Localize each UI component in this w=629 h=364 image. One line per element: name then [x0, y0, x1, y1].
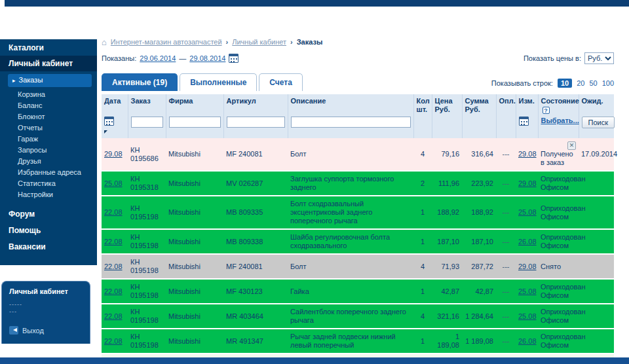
quantity-value: 4 — [413, 254, 432, 279]
order-date-link[interactable]: 22.08 — [104, 337, 123, 345]
sidebar-section-help[interactable]: Помощь — [0, 222, 97, 238]
order-date-link[interactable]: 22.08 — [104, 312, 123, 320]
price-value: 71,93 — [432, 254, 462, 279]
period-label: Показаны: — [102, 54, 136, 62]
sidebar-item-favorite-addresses[interactable]: Избранные адреса — [0, 167, 97, 178]
tab-completed-orders[interactable]: Выполненные — [180, 73, 257, 91]
close-icon[interactable] — [567, 141, 576, 150]
account-info-line: ----- — [9, 301, 83, 308]
page-size-20[interactable]: 20 — [577, 79, 584, 87]
col-header-status[interactable]: Состояние — [538, 94, 579, 115]
col-header-firm[interactable]: Фирма — [166, 94, 223, 115]
page-size-control: Показывать строк: 10 20 50 100 — [491, 79, 614, 91]
order-date-link[interactable]: 29.08 — [104, 150, 123, 158]
sum-value: 187,10 — [462, 229, 496, 254]
sidebar-item-notepad[interactable]: Блокнот — [0, 111, 97, 122]
paid-value: --- — [496, 254, 516, 279]
breadcrumb-home-link[interactable]: Интернет-магазин автозапчастей — [111, 38, 222, 46]
description-filter-input[interactable] — [291, 117, 411, 128]
part-description: Сайлентблок поперечного заднего рычага — [288, 304, 413, 329]
logout-label: Выход — [22, 327, 44, 335]
main-content: Интернет-магазин автозапчастей Личный ка… — [102, 38, 614, 364]
article-filter-input[interactable] — [227, 117, 285, 128]
sidebar-nav: Каталоги Личный кабинет Заказы Корзина Б… — [0, 39, 97, 265]
sidebar-item-statistics[interactable]: Статистика — [0, 178, 97, 189]
price-value: 188,92 — [432, 196, 462, 229]
logout-button[interactable]: Выход — [9, 326, 83, 335]
date-to-link[interactable]: 29.08.2014 — [189, 54, 225, 62]
quantity-value: 4 — [413, 138, 432, 171]
sidebar-section-vacancies[interactable]: Вакансии — [0, 238, 97, 255]
changed-date-link[interactable]: 25.08 — [518, 287, 537, 295]
tab-invoices[interactable]: Счета — [259, 73, 303, 91]
firm-name: Mitsubishi — [166, 229, 223, 254]
sidebar-item-reports[interactable]: Отчеты — [0, 122, 97, 134]
sidebar-item-orders[interactable]: Заказы — [8, 74, 92, 87]
quantity-value: 1 — [413, 329, 432, 354]
page-size-10[interactable]: 10 — [558, 79, 572, 88]
sidebar-item-requests[interactable]: Запросы — [0, 145, 97, 156]
changed-date-link[interactable]: 25.08 — [518, 312, 537, 320]
paid-value: --- — [496, 229, 516, 254]
col-header-order[interactable]: Заказ — [128, 94, 166, 115]
col-header-description[interactable]: Описание — [288, 94, 413, 115]
order-date-link[interactable]: 22.08 — [104, 208, 123, 216]
breadcrumb-current: Заказы — [297, 38, 323, 46]
changed-date-link[interactable]: 25.08 — [518, 208, 537, 216]
changed-date-link[interactable]: 29.08 — [518, 150, 537, 158]
col-header-changed[interactable]: Изм. — [516, 94, 538, 115]
page-size-100[interactable]: 100 — [602, 79, 614, 87]
period-calendar-icon[interactable] — [229, 54, 238, 63]
status-filter-link[interactable]: Выбрать... — [541, 117, 579, 124]
help-icon[interactable] — [543, 107, 550, 114]
col-header-date[interactable]: Дата — [102, 94, 128, 115]
page-size-50[interactable]: 50 — [589, 79, 597, 87]
sidebar-section-catalogs[interactable]: Каталоги — [0, 39, 97, 56]
top-bar — [5, 0, 629, 7]
order-filter-input[interactable] — [131, 117, 163, 128]
changed-date-link[interactable]: 29.08 — [518, 179, 537, 187]
col-header-sum[interactable]: Сумма Руб. — [462, 94, 496, 115]
col-header-article[interactable]: Артикул — [223, 94, 288, 115]
orders-tbody: 29.08 КН 0195686 Mitsubishi MF 240081 Бо… — [102, 138, 614, 364]
changed-date-link[interactable]: 26.08 — [518, 238, 537, 246]
order-date-link[interactable]: 22.08 — [104, 238, 123, 246]
period-dash: — — [179, 54, 186, 62]
firm-filter-input[interactable] — [169, 117, 221, 128]
sidebar-item-balance[interactable]: Баланс — [0, 100, 97, 111]
date-filter-calendar-icon[interactable] — [104, 117, 114, 126]
col-header-expected[interactable]: Ожид. — [579, 94, 614, 115]
sidebar-item-friends[interactable]: Друзья — [0, 156, 97, 167]
order-number: КН 0195198 — [128, 304, 166, 329]
breadcrumb-cabinet-link[interactable]: Личный кабинет — [232, 38, 286, 46]
order-date-link[interactable]: 22.08 — [104, 287, 123, 295]
table-row: 22.08 КН 0195198 Mitsubishi MF 240081 Бо… — [102, 254, 614, 279]
changed-date-link[interactable]: 26.08 — [518, 337, 537, 345]
price-value: 1 189,08 — [432, 329, 462, 354]
article-number: MF 430123 — [223, 279, 288, 304]
currency-select[interactable]: Руб. — [584, 52, 614, 64]
date-filter-cell — [102, 115, 128, 138]
quantity-value: 1 — [413, 196, 432, 229]
col-header-paid[interactable]: Опл. — [496, 94, 516, 115]
order-date-link[interactable]: 25.08 — [104, 179, 123, 187]
sidebar-section-cabinet[interactable]: Личный кабинет — [0, 56, 97, 71]
search-button[interactable]: Поиск — [582, 117, 615, 128]
table-row: 25.08 КН 0195318 Mitsubishi MV 026287 За… — [102, 171, 614, 196]
period-row: Показаны: 29.06.2014 — 29.08.2014 Показа… — [102, 52, 614, 64]
sidebar-item-settings[interactable]: Настройки — [0, 189, 97, 200]
order-date-link[interactable]: 22.08 — [104, 263, 123, 270]
sidebar-section-forum[interactable]: Форум — [0, 206, 97, 222]
changed-date-link[interactable]: 29.08 — [518, 263, 537, 270]
table-row: 22.08 КН 0195198 Mitsubishi MB 809335 Бо… — [102, 196, 614, 229]
col-header-price[interactable]: Цена Руб. — [432, 94, 462, 115]
sort-arrow-icon — [104, 130, 107, 134]
col-header-quantity[interactable]: Кол шт. — [413, 94, 432, 115]
changed-filter-calendar-icon[interactable] — [519, 117, 529, 126]
sidebar-item-cart[interactable]: Корзина — [0, 89, 97, 100]
date-from-link[interactable]: 29.06.2014 — [140, 54, 176, 62]
sidebar-item-garage[interactable]: Гараж — [0, 134, 97, 145]
table-row: 29.08 КН 0195686 Mitsubishi MF 240081 Бо… — [102, 138, 614, 171]
home-icon[interactable] — [102, 39, 107, 46]
tab-active-orders[interactable]: Активные (19) — [102, 73, 178, 91]
